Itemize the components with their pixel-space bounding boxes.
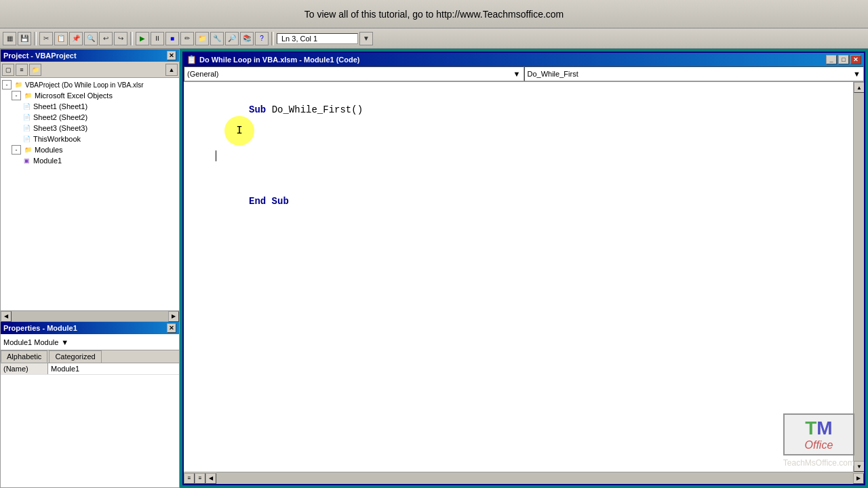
sheet3-icon: 📄 (21, 123, 32, 133)
keyword-sub: Sub (249, 104, 272, 115)
sheet2-icon: 📄 (21, 113, 32, 122)
code-selector-right-arrow[interactable]: ▼ (853, 70, 861, 78)
code-bottom-btn-1[interactable]: ≡ (184, 473, 195, 484)
props-selector-value: Module1 Module (3, 338, 58, 346)
watermark-t: T (805, 418, 816, 439)
tree-thisworkbook[interactable]: 📄 ThisWorkbook (2, 134, 178, 144)
project-panel: Project - VBAProject ✕ ▢ ≡ 📁 ▲ - 📁 VBAPr… (0, 49, 180, 322)
tree-sheet2[interactable]: 📄 Sheet2 (Sheet2) (2, 112, 178, 123)
vscroll-down[interactable]: ▼ (854, 461, 864, 472)
vbe-window: 📋 Do While Loop in VBA.xlsm - Module1 (C… (182, 52, 865, 485)
project-scroll-up[interactable]: ▲ (165, 64, 178, 76)
toolbar-btn-redo[interactable]: ↪ (114, 32, 127, 45)
watermark-url: TeachMsOffice.com (783, 458, 854, 468)
watermark-office: Office (790, 439, 848, 451)
modules-icon: 📁 (22, 145, 33, 155)
tree-sheet1[interactable]: 📄 Sheet1 (Sheet1) (2, 101, 178, 112)
project-toolbar: ▢ ≡ 📁 ▲ (1, 62, 179, 78)
props-selector-arrow[interactable]: ▼ (61, 338, 68, 346)
excel-objects-icon: 📁 (22, 91, 33, 100)
code-line-3 (192, 148, 845, 163)
properties-title-bar: Properties - Module1 ✕ (1, 322, 179, 334)
code-selector-left[interactable]: (General) ▼ (184, 66, 524, 81)
vbe-minimize-btn[interactable]: _ (826, 55, 837, 64)
properties-close-btn[interactable]: ✕ (167, 323, 176, 333)
tree-sheet2-label: Sheet2 (Sheet2) (33, 113, 87, 121)
props-selector[interactable]: Module1 Module ▼ (1, 334, 179, 350)
toolbar-btn-stop[interactable]: ■ (165, 32, 179, 45)
toolbar-dropdown[interactable]: ▼ (359, 32, 373, 45)
tree-module1[interactable]: ▣ Module1 (2, 155, 178, 166)
props-val-name[interactable]: Module1 (48, 363, 179, 374)
project-toggle-folders[interactable]: 📁 (29, 64, 41, 76)
tree-module1-label: Module1 (33, 157, 62, 165)
project-view-object[interactable]: ▢ (2, 64, 14, 76)
project-view-code[interactable]: ≡ (16, 64, 28, 76)
project-close-btn[interactable]: ✕ (167, 51, 176, 60)
project-scrollbar-h[interactable]: ◀ ▶ (1, 310, 179, 321)
tab-alphabetic[interactable]: Alphabetic (1, 350, 47, 363)
vscroll-up[interactable]: ▲ (854, 82, 864, 93)
keyword-end-sub: End Sub (249, 196, 289, 207)
toolbar-btn-ref[interactable]: 📚 (240, 32, 254, 45)
vscroll-track[interactable] (854, 93, 864, 461)
tree-modules[interactable]: - 📁 Modules (2, 144, 178, 155)
scroll-left-arrow[interactable]: ◀ (1, 311, 12, 322)
toolbar-btn-props[interactable]: 🔧 (210, 32, 224, 45)
toolbar-btn-help[interactable]: ? (255, 32, 269, 45)
expander-root[interactable]: - (2, 80, 12, 89)
toolbar-btn-grid[interactable]: ▦ (3, 32, 16, 45)
toolbar-sep-3 (271, 32, 274, 45)
tree-sheet3[interactable]: 📄 Sheet3 (Sheet3) (2, 123, 178, 134)
sheet1-icon: 📄 (21, 102, 32, 111)
tab-categorized[interactable]: Categorized (49, 350, 101, 363)
props-row-name: (Name) Module1 (1, 363, 179, 375)
project-title-bar: Project - VBAProject ✕ (1, 49, 179, 62)
watermark-tm: TM (790, 418, 848, 439)
toolbar-sep-2 (130, 32, 133, 45)
toolbar-btn-find[interactable]: 🔍 (84, 32, 98, 45)
code-scrollbar-v[interactable]: ▲ ▼ (853, 82, 864, 472)
toolbar-btn-explorer[interactable]: 📁 (195, 32, 209, 45)
code-line-5: End Sub (192, 178, 845, 224)
expander-modules[interactable]: - (12, 145, 21, 155)
code-editor[interactable]: Sub Do_While_First() End Sub I (184, 82, 853, 472)
hscroll-right[interactable]: ▶ (853, 473, 864, 484)
toolbar-btn-copy[interactable]: 📋 (54, 32, 68, 45)
watermark: TM Office TeachMsOffice.com (783, 413, 854, 468)
hscroll-track[interactable] (216, 472, 853, 484)
properties-panel: Properties - Module1 ✕ Module1 Module ▼ … (0, 322, 180, 488)
toolbar-btn-run[interactable]: ▶ (136, 32, 149, 45)
code-bottom-bar: ≡ ≡ ◀ ▶ (184, 472, 864, 484)
scroll-right-arrow[interactable]: ▶ (168, 311, 179, 322)
vbe-maximize-btn[interactable]: □ (838, 55, 849, 64)
toolbar-btn-cut[interactable]: ✂ (39, 32, 53, 45)
tree-root[interactable]: - 📁 VBAProject (Do While Loop in VBA.xls… (2, 79, 178, 90)
hscroll-left[interactable]: ◀ (205, 473, 216, 484)
code-indent (192, 148, 215, 163)
toolbar-btn-undo[interactable]: ↩ (99, 32, 113, 45)
expander-excel-objects[interactable]: - (12, 91, 21, 100)
toolbar-btn-paste[interactable]: 📌 (69, 32, 83, 45)
code-area[interactable]: Sub Do_While_First() End Sub I ▲ ▼ (184, 82, 864, 472)
code-selectors: (General) ▼ Do_While_First ▼ (184, 66, 864, 82)
module1-icon: ▣ (21, 156, 32, 165)
toolbar-btn-design[interactable]: ✏ (180, 32, 194, 45)
vbe-title-bar: 📋 Do While Loop in VBA.xlsm - Module1 (C… (184, 53, 864, 66)
code-func-name: Do_While_First() (272, 104, 363, 115)
banner-text: To view all of this tutorial, go to http… (304, 9, 564, 20)
code-selector-left-arrow[interactable]: ▼ (513, 70, 521, 78)
tree-excel-objects[interactable]: - 📁 Microsoft Excel Objects (2, 90, 178, 101)
code-selector-right[interactable]: Do_While_First ▼ (524, 66, 865, 81)
vbe-title: Do While Loop in VBA.xlsm - Module1 (Cod… (199, 56, 360, 64)
top-banner: To view all of this tutorial, go to http… (0, 0, 868, 28)
toolbar-btn-pause[interactable]: ⏸ (151, 32, 164, 45)
scroll-track[interactable] (12, 311, 168, 321)
code-line-1: Sub Do_While_First() (192, 87, 845, 133)
code-bottom-btn-2[interactable]: ≡ (195, 473, 205, 484)
project-tree[interactable]: - 📁 VBAProject (Do While Loop in VBA.xls… (1, 78, 179, 310)
toolbar-btn-save[interactable]: 💾 (18, 32, 31, 45)
vbe-close-btn[interactable]: ✕ (850, 55, 861, 64)
toolbar-btn-search[interactable]: 🔎 (225, 32, 239, 45)
tree-excel-objects-label: Microsoft Excel Objects (35, 92, 113, 100)
